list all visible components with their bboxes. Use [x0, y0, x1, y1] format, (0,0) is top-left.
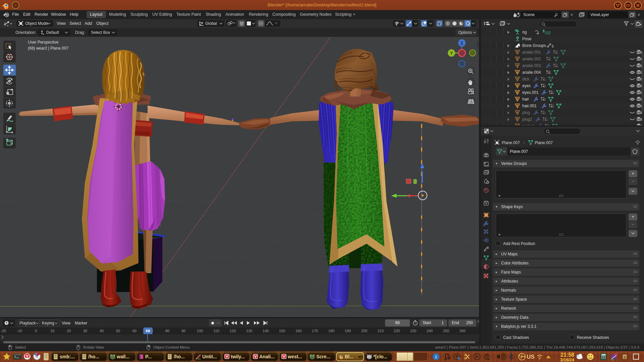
- svg-text:US: US: [527, 354, 535, 360]
- svg-text:5: 5: [552, 45, 554, 48]
- svg-text:Y: Y: [450, 51, 453, 56]
- svg-text:Z: Z: [461, 41, 463, 46]
- svg-text:3/16/24: 3/16/24: [560, 358, 574, 362]
- svg-text:i: i: [435, 354, 437, 359]
- svg-text:21:58: 21:58: [560, 352, 574, 358]
- svg-text:a: a: [624, 355, 626, 359]
- svg-text:222: 222: [545, 31, 551, 35]
